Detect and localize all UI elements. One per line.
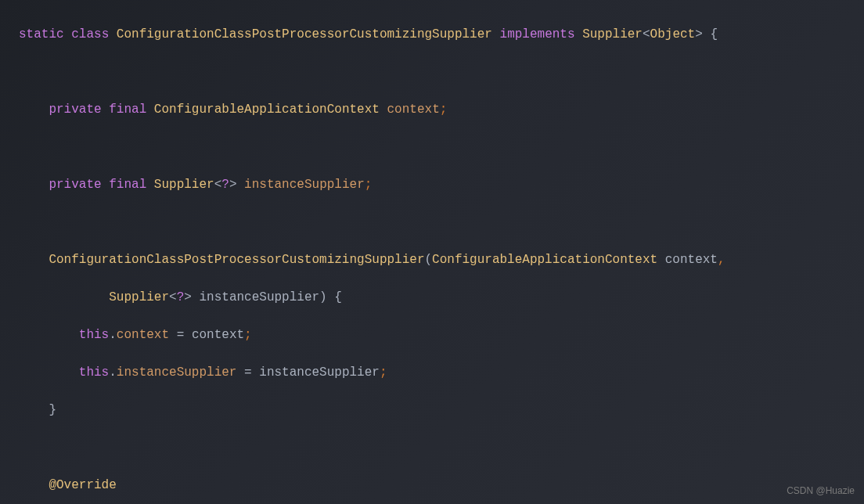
code-line: } <box>19 401 864 419</box>
type-object: Object <box>650 27 696 41</box>
code-line: private final Supplier<?> instanceSuppli… <box>19 175 864 194</box>
assign-op: = <box>177 328 185 342</box>
param-type: ConfigurableApplicationContext <box>432 253 657 267</box>
comma: , <box>718 253 725 267</box>
angle-open: < <box>643 27 650 41</box>
semicolon: ; <box>365 178 373 192</box>
brace-open: { <box>710 27 718 41</box>
code-line: @Override <box>19 476 864 495</box>
keyword-private: private <box>49 103 101 117</box>
class-name: ConfigurationClassPostProcessorCustomizi… <box>117 27 492 41</box>
dot: . <box>109 365 117 380</box>
constructor-name: ConfigurationClassPostProcessorCustomizi… <box>49 253 424 267</box>
dot: . <box>109 328 117 342</box>
wildcard: ? <box>177 290 185 304</box>
watermark-text: CSDN @Huazie <box>787 484 855 498</box>
paren-open: ( <box>424 253 432 267</box>
param-name: context <box>665 253 718 267</box>
keyword-private: private <box>49 178 101 192</box>
param-name: instanceSupplier <box>199 290 319 304</box>
angle-close: > <box>229 178 237 192</box>
field-ref: context <box>117 328 169 342</box>
code-line: this.instanceSupplier = instanceSupplier… <box>19 363 864 382</box>
code-line: static class ConfigurationClassPostProce… <box>19 25 864 44</box>
var-ref: context <box>192 328 244 342</box>
field-name: context <box>387 103 440 117</box>
code-line: ConfigurationClassPostProcessorCustomizi… <box>19 250 864 269</box>
code-line <box>19 63 864 81</box>
keyword-final: final <box>109 178 146 192</box>
field-name: instanceSupplier <box>244 178 365 192</box>
keyword-final: final <box>109 103 146 117</box>
keyword-implements: implements <box>500 27 575 41</box>
angle-close: > <box>695 27 703 41</box>
code-line: this.context = context; <box>19 326 864 344</box>
semicolon: ; <box>244 328 252 342</box>
annotation-override: @Override <box>49 478 116 492</box>
type: Supplier <box>154 178 214 192</box>
semicolon: ; <box>440 103 448 117</box>
code-editor[interactable]: static class ConfigurationClassPostProce… <box>0 6 864 504</box>
field-ref: instanceSupplier <box>117 365 237 380</box>
keyword-this: this <box>79 328 109 342</box>
wildcard: ? <box>221 178 229 192</box>
keyword-static: static <box>19 27 64 41</box>
brace-open: { <box>334 290 342 304</box>
brace-close: } <box>49 403 56 417</box>
code-line: private final ConfigurableApplicationCon… <box>19 100 864 119</box>
code-line <box>19 438 864 457</box>
keyword-this: this <box>79 365 109 380</box>
var-ref: instanceSupplier <box>259 365 380 380</box>
paren-close: ) <box>319 290 327 304</box>
type: ConfigurableApplicationContext <box>154 103 380 117</box>
type-supplier: Supplier <box>582 27 643 41</box>
angle-open: < <box>214 178 222 192</box>
angle-open: < <box>169 290 177 304</box>
code-line: Supplier<?> instanceSupplier) { <box>19 288 864 307</box>
semicolon: ; <box>380 365 387 380</box>
param-type: Supplier <box>109 290 169 304</box>
code-line <box>19 213 864 232</box>
keyword-class: class <box>71 27 109 41</box>
code-line <box>19 138 864 157</box>
assign-op: = <box>244 365 252 380</box>
angle-close: > <box>184 290 192 304</box>
